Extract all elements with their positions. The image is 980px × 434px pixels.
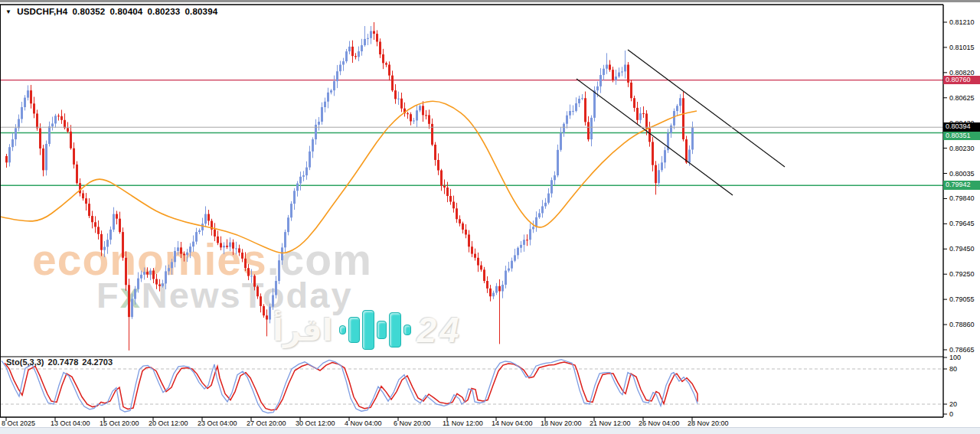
symbol-dropdown-icon[interactable]: ▼ <box>5 8 11 15</box>
date-tick-label: 15 Oct 20:00 <box>100 419 139 427</box>
price-tick-label: 0.79645 <box>949 220 975 227</box>
quote-low: 0.80233 <box>147 7 180 16</box>
price-tick-label: 0.80035 <box>949 170 975 178</box>
stochastic-name: Sto(5,3,3) <box>6 357 44 367</box>
date-tick-label: 4 Nov 04:00 <box>345 419 382 427</box>
price-tick-label: 0.79450 <box>949 245 975 253</box>
date-tick-label: 27 Oct 20:00 <box>247 419 286 427</box>
price-tick-label: 0.80625 <box>949 94 975 102</box>
date-tick-label: 8 Oct 2025 <box>2 419 35 427</box>
price-tick-label: 0.78665 <box>949 346 975 354</box>
quote-close: 0.80394 <box>185 7 217 16</box>
bid-price-badge: 0.80394 <box>943 122 980 132</box>
price-tick-label: 0.79840 <box>949 194 975 202</box>
resistance-price-badge: 0.80760 <box>943 76 980 85</box>
date-tick-label: 23 Oct 04:00 <box>198 419 237 427</box>
stochastic-tick-label: 80 <box>949 365 957 373</box>
date-tick-label: 28 Nov 20:00 <box>688 419 729 427</box>
stochastic-tick-label: 20 <box>949 400 957 408</box>
date-tick-label: 14 Nov 04:00 <box>492 419 533 427</box>
date-tick-label: 11 Nov 12:00 <box>443 419 483 427</box>
price-tick-label: 0.80230 <box>949 145 975 152</box>
date-tick-label: 18 Nov 20:00 <box>541 419 582 427</box>
quote-open: 0.80352 <box>72 7 105 16</box>
price-tick-label: 0.79250 <box>949 270 975 278</box>
date-tick-label: 21 Nov 12:00 <box>590 419 631 427</box>
support-level-badge-1: 0.80351 <box>943 132 980 141</box>
support-level-badge-2: 0.79942 <box>943 181 980 190</box>
price-tick-label: 0.81015 <box>949 44 975 51</box>
price-tick-label: 0.81210 <box>949 18 975 26</box>
symbol-ohlc-line: ▼USDCHF,H40.803520.804040.802330.80394 <box>5 7 217 16</box>
price-tick-label: 0.78860 <box>949 321 975 328</box>
date-tick-label: 13 Oct 04:00 <box>51 419 90 427</box>
price-chart-svg[interactable] <box>0 0 980 434</box>
stochastic-k-value: 20.7478 <box>48 357 79 367</box>
date-tick-label: 20 Oct 12:00 <box>149 419 188 427</box>
symbol-name: USDCHF,H4 <box>17 7 67 16</box>
date-tick-label: 30 Oct 12:00 <box>296 419 335 427</box>
stochastic-tick-label: 0 <box>949 410 953 418</box>
stochastic-label: Sto(5,3,3)20.747824.2703 <box>6 357 116 367</box>
price-tick-label: 0.79055 <box>949 295 975 303</box>
date-tick-label: 6 Nov 20:00 <box>394 419 431 427</box>
quote-high: 0.80404 <box>109 7 142 16</box>
mt4-chart-window: economies.com FxNewsToday اقرأ 24 ▼USDCH… <box>0 0 980 434</box>
stochastic-tick-label: 100 <box>949 354 961 361</box>
date-tick-label: 26 Nov 04:00 <box>639 419 680 427</box>
stochastic-d-value: 24.2703 <box>82 357 113 367</box>
